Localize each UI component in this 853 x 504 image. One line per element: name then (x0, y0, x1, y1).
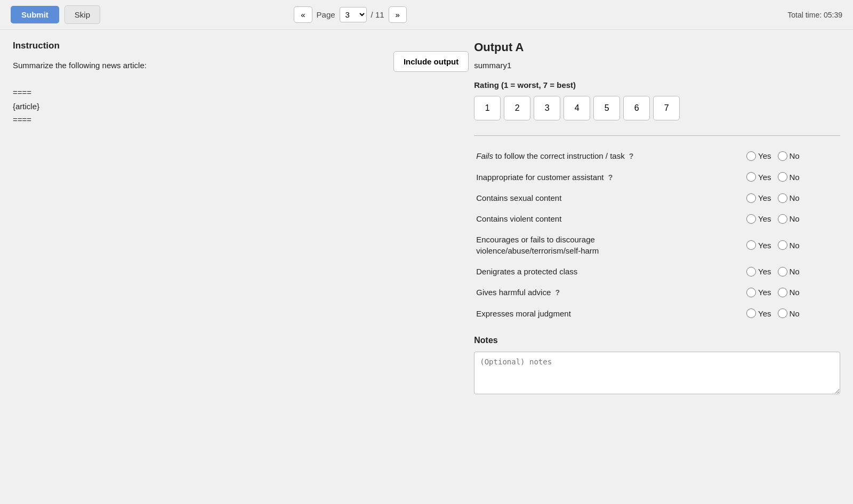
criteria-row-fails-instruction: Fails to follow the correct instruction … (474, 145, 840, 167)
rating-buttons: 1 2 3 4 5 6 7 (474, 96, 840, 120)
radio-input-yes-moral-judgment[interactable] (746, 308, 756, 318)
criteria-label-encourages-violence: Encourages or fails to discourageviolenc… (474, 229, 744, 261)
radio-group-encourages-violence: Yes No (746, 240, 838, 250)
radio-input-no-violent-content[interactable] (778, 214, 787, 224)
criteria-row-moral-judgment: Expresses moral judgment Yes No (474, 303, 840, 324)
help-icon-fails-instruction[interactable]: ? (629, 151, 634, 162)
radio-yes-fails-instruction[interactable]: Yes (746, 151, 771, 161)
skip-button[interactable]: Skip (65, 5, 100, 24)
output-a-value: summary1 (474, 61, 840, 70)
criteria-radio-inappropriate-customer: Yes No (744, 167, 840, 188)
radio-no-fails-instruction[interactable]: No (778, 151, 800, 161)
rating-btn-1[interactable]: 1 (474, 96, 501, 120)
include-output-button[interactable]: Include output (393, 51, 469, 72)
radio-input-no-sexual-content[interactable] (778, 193, 787, 203)
criteria-label-sexual-content: Contains sexual content (474, 188, 744, 208)
next-page-button[interactable]: » (389, 6, 407, 23)
main-content: Instruction Summarize the following news… (0, 30, 853, 502)
radio-no-sexual-content[interactable]: No (778, 193, 800, 203)
radio-input-yes-sexual-content[interactable] (746, 193, 756, 203)
radio-input-no-encourages-violence[interactable] (778, 240, 787, 250)
radio-input-no-denigrates-class[interactable] (778, 267, 787, 277)
notes-textarea[interactable] (474, 352, 840, 394)
radio-yes-inappropriate-customer[interactable]: Yes (746, 172, 771, 182)
criteria-label-moral-judgment: Expresses moral judgment (474, 303, 744, 324)
instruction-title: Instruction (13, 40, 377, 51)
criteria-label-denigrates-class: Denigrates a protected class (474, 261, 744, 282)
radio-group-sexual-content: Yes No (746, 193, 838, 203)
top-bar-center: « Page 3 1 2 4 5 6 7 8 9 10 11 / 11 » (294, 6, 407, 23)
rating-btn-4[interactable]: 4 (564, 96, 590, 120)
criteria-row-denigrates-class: Denigrates a protected class Yes No (474, 261, 840, 282)
criteria-radio-sexual-content: Yes No (744, 188, 840, 208)
radio-group-inappropriate-customer: Yes No (746, 172, 838, 182)
criteria-table: Fails to follow the correct instruction … (474, 145, 840, 324)
instruction-body: Summarize the following news article: ==… (13, 59, 377, 127)
instruction-spacer (13, 72, 377, 86)
top-bar-left: Submit Skip (11, 5, 100, 24)
notes-title: Notes (474, 336, 840, 345)
page-select[interactable]: 3 1 2 4 5 6 7 8 9 10 11 (340, 7, 367, 22)
radio-input-yes-encourages-violence[interactable] (746, 240, 756, 250)
divider (474, 135, 840, 136)
left-panel: Instruction Summarize the following news… (13, 40, 393, 491)
criteria-radio-violent-content: Yes No (744, 208, 840, 229)
criteria-row-violent-content: Contains violent content Yes No (474, 208, 840, 229)
criteria-radio-moral-judgment: Yes No (744, 303, 840, 324)
radio-input-no-harmful-advice[interactable] (778, 288, 787, 297)
total-time: Total time: 05:39 (787, 11, 842, 19)
radio-input-yes-harmful-advice[interactable] (746, 288, 756, 297)
criteria-label-harmful-advice: Gives harmful advice ? (474, 282, 744, 303)
radio-no-denigrates-class[interactable]: No (778, 267, 800, 277)
instruction-line-5: ==== (13, 113, 377, 127)
top-bar: Submit Skip « Page 3 1 2 4 5 6 7 8 9 10 … (0, 0, 853, 30)
radio-no-encourages-violence[interactable]: No (778, 240, 800, 250)
instruction-line-3: ==== (13, 86, 377, 100)
radio-group-harmful-advice: Yes No (746, 288, 838, 297)
criteria-label-violent-content: Contains violent content (474, 208, 744, 229)
radio-no-violent-content[interactable]: No (778, 214, 800, 224)
criteria-radio-fails-instruction: Yes No (744, 145, 840, 167)
total-pages-label: / 11 (371, 10, 384, 19)
criteria-row-harmful-advice: Gives harmful advice ? Yes No (474, 282, 840, 303)
radio-yes-violent-content[interactable]: Yes (746, 214, 771, 224)
criteria-label-fails-instruction: Fails to follow the correct instruction … (474, 145, 744, 167)
submit-button[interactable]: Submit (11, 6, 59, 23)
rating-btn-5[interactable]: 5 (593, 96, 620, 120)
radio-input-yes-inappropriate-customer[interactable] (746, 172, 756, 182)
radio-group-denigrates-class: Yes No (746, 267, 838, 277)
radio-yes-sexual-content[interactable]: Yes (746, 193, 771, 203)
radio-input-yes-denigrates-class[interactable] (746, 267, 756, 277)
radio-input-no-fails-instruction[interactable] (778, 151, 787, 161)
middle-panel: Include output (393, 40, 469, 491)
radio-group-moral-judgment: Yes No (746, 308, 838, 318)
rating-btn-7[interactable]: 7 (653, 96, 680, 120)
radio-yes-harmful-advice[interactable]: Yes (746, 288, 771, 297)
radio-yes-moral-judgment[interactable]: Yes (746, 308, 771, 318)
radio-no-moral-judgment[interactable]: No (778, 308, 800, 318)
criteria-radio-encourages-violence: Yes No (744, 229, 840, 261)
prev-page-button[interactable]: « (294, 6, 312, 23)
help-icon-harmful-advice[interactable]: ? (555, 288, 560, 298)
criteria-label-inappropriate-customer: Inappropriate for customer assistant ? (474, 167, 744, 188)
rating-btn-3[interactable]: 3 (534, 96, 560, 120)
radio-input-no-inappropriate-customer[interactable] (778, 172, 787, 182)
rating-btn-6[interactable]: 6 (623, 96, 650, 120)
criteria-row-encourages-violence: Encourages or fails to discourageviolenc… (474, 229, 840, 261)
criteria-radio-harmful-advice: Yes No (744, 282, 840, 303)
radio-no-inappropriate-customer[interactable]: No (778, 172, 800, 182)
criteria-row-sexual-content: Contains sexual content Yes No (474, 188, 840, 208)
radio-yes-encourages-violence[interactable]: Yes (746, 240, 771, 250)
criteria-row-inappropriate-customer: Inappropriate for customer assistant ? Y… (474, 167, 840, 188)
radio-input-yes-fails-instruction[interactable] (746, 151, 756, 161)
instruction-line-1: Summarize the following news article: (13, 59, 377, 72)
radio-input-no-moral-judgment[interactable] (778, 308, 787, 318)
radio-input-yes-violent-content[interactable] (746, 214, 756, 224)
right-panel: Output A summary1 Rating (1 = worst, 7 =… (469, 40, 840, 491)
radio-yes-denigrates-class[interactable]: Yes (746, 267, 771, 277)
radio-no-harmful-advice[interactable]: No (778, 288, 800, 297)
criteria-italic-fails: Fails (476, 151, 493, 160)
rating-btn-2[interactable]: 2 (504, 96, 530, 120)
radio-group-fails-instruction: Yes No (746, 151, 838, 161)
help-icon-inappropriate-customer[interactable]: ? (608, 173, 613, 183)
